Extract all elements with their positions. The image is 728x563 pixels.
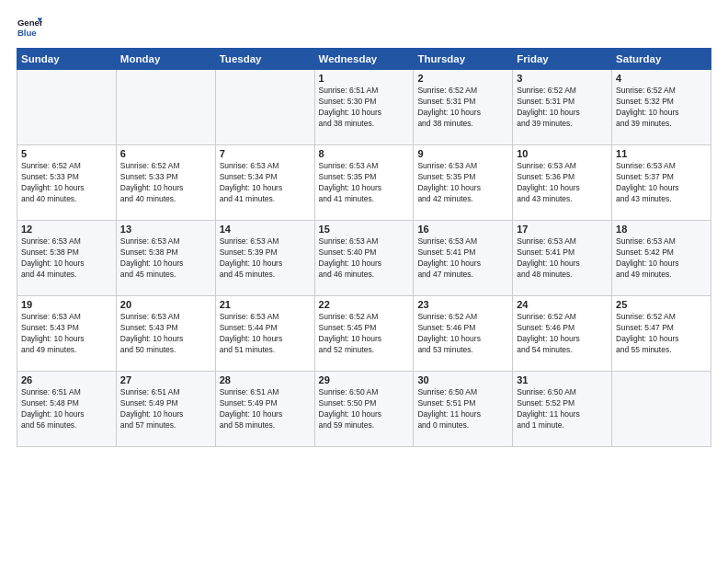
header: General Blue bbox=[17, 15, 711, 40]
page: General Blue SundayMondayTuesdayWednesda… bbox=[0, 0, 728, 563]
calendar-cell: 24Sunrise: 6:52 AMSunset: 5:46 PMDayligh… bbox=[513, 296, 612, 372]
calendar-cell bbox=[612, 372, 711, 447]
cell-info: Sunrise: 6:53 AMSunset: 5:34 PMDaylight:… bbox=[220, 161, 311, 205]
day-number: 28 bbox=[220, 374, 311, 385]
calendar-cell: 20Sunrise: 6:53 AMSunset: 5:43 PMDayligh… bbox=[116, 296, 215, 372]
cell-info: Sunrise: 6:52 AMSunset: 5:45 PMDaylight:… bbox=[319, 312, 410, 356]
cell-info: Sunrise: 6:53 AMSunset: 5:43 PMDaylight:… bbox=[120, 312, 211, 356]
day-header-saturday: Saturday bbox=[612, 49, 711, 70]
week-row-4: 26Sunrise: 6:51 AMSunset: 5:48 PMDayligh… bbox=[17, 372, 711, 447]
day-number: 27 bbox=[120, 374, 211, 385]
calendar-cell: 19Sunrise: 6:53 AMSunset: 5:43 PMDayligh… bbox=[17, 296, 117, 372]
day-number: 1 bbox=[319, 73, 410, 84]
day-header-sunday: Sunday bbox=[17, 49, 117, 70]
day-number: 21 bbox=[220, 299, 311, 310]
day-number: 14 bbox=[220, 224, 311, 235]
day-number: 26 bbox=[21, 374, 112, 385]
cell-info: Sunrise: 6:53 AMSunset: 5:41 PMDaylight:… bbox=[517, 236, 608, 281]
calendar-header: SundayMondayTuesdayWednesdayThursdayFrid… bbox=[17, 49, 711, 70]
cell-info: Sunrise: 6:51 AMSunset: 5:30 PMDaylight:… bbox=[319, 86, 410, 130]
calendar-cell: 10Sunrise: 6:53 AMSunset: 5:36 PMDayligh… bbox=[513, 145, 612, 221]
day-number: 11 bbox=[616, 148, 707, 159]
calendar-cell: 8Sunrise: 6:53 AMSunset: 5:35 PMDaylight… bbox=[314, 145, 414, 221]
day-number: 16 bbox=[417, 224, 508, 235]
logo: General Blue bbox=[17, 15, 42, 40]
calendar-cell: 21Sunrise: 6:53 AMSunset: 5:44 PMDayligh… bbox=[215, 296, 314, 372]
cell-info: Sunrise: 6:52 AMSunset: 5:32 PMDaylight:… bbox=[616, 86, 707, 130]
calendar-cell: 17Sunrise: 6:53 AMSunset: 5:41 PMDayligh… bbox=[513, 221, 612, 296]
calendar-cell: 14Sunrise: 6:53 AMSunset: 5:39 PMDayligh… bbox=[215, 221, 314, 296]
cell-info: Sunrise: 6:51 AMSunset: 5:48 PMDaylight:… bbox=[21, 387, 112, 431]
cell-info: Sunrise: 6:53 AMSunset: 5:42 PMDaylight:… bbox=[616, 236, 707, 281]
cell-info: Sunrise: 6:50 AMSunset: 5:50 PMDaylight:… bbox=[319, 387, 410, 431]
day-header-friday: Friday bbox=[513, 49, 612, 70]
day-number: 9 bbox=[417, 148, 508, 159]
day-number: 29 bbox=[319, 374, 410, 385]
cell-info: Sunrise: 6:53 AMSunset: 5:41 PMDaylight:… bbox=[417, 236, 508, 281]
day-number: 19 bbox=[21, 299, 112, 310]
calendar-cell: 25Sunrise: 6:52 AMSunset: 5:47 PMDayligh… bbox=[612, 296, 711, 372]
days-row: SundayMondayTuesdayWednesdayThursdayFrid… bbox=[17, 49, 711, 70]
logo-icon: General Blue bbox=[17, 15, 42, 40]
day-number: 8 bbox=[319, 148, 410, 159]
day-number: 10 bbox=[517, 148, 608, 159]
day-number: 22 bbox=[319, 299, 410, 310]
cell-info: Sunrise: 6:51 AMSunset: 5:49 PMDaylight:… bbox=[220, 387, 311, 431]
calendar-cell: 1Sunrise: 6:51 AMSunset: 5:30 PMDaylight… bbox=[314, 70, 414, 145]
day-number: 31 bbox=[517, 374, 608, 385]
calendar-cell: 7Sunrise: 6:53 AMSunset: 5:34 PMDaylight… bbox=[215, 145, 314, 221]
day-number: 18 bbox=[616, 224, 707, 235]
day-number: 25 bbox=[616, 299, 707, 310]
calendar-cell: 31Sunrise: 6:50 AMSunset: 5:52 PMDayligh… bbox=[513, 372, 612, 447]
day-number: 4 bbox=[616, 73, 707, 84]
day-number: 6 bbox=[120, 148, 211, 159]
week-row-2: 12Sunrise: 6:53 AMSunset: 5:38 PMDayligh… bbox=[17, 221, 711, 296]
day-header-thursday: Thursday bbox=[414, 49, 513, 70]
svg-text:Blue: Blue bbox=[17, 28, 37, 38]
day-number: 13 bbox=[120, 224, 211, 235]
week-row-0: 1Sunrise: 6:51 AMSunset: 5:30 PMDaylight… bbox=[17, 70, 711, 145]
cell-info: Sunrise: 6:53 AMSunset: 5:38 PMDaylight:… bbox=[120, 236, 211, 281]
cell-info: Sunrise: 6:52 AMSunset: 5:46 PMDaylight:… bbox=[417, 312, 508, 356]
calendar-cell: 11Sunrise: 6:53 AMSunset: 5:37 PMDayligh… bbox=[612, 145, 711, 221]
calendar-cell: 22Sunrise: 6:52 AMSunset: 5:45 PMDayligh… bbox=[314, 296, 414, 372]
cell-info: Sunrise: 6:53 AMSunset: 5:44 PMDaylight:… bbox=[220, 312, 311, 356]
calendar-cell bbox=[116, 70, 215, 145]
calendar-cell: 18Sunrise: 6:53 AMSunset: 5:42 PMDayligh… bbox=[612, 221, 711, 296]
calendar-cell: 3Sunrise: 6:52 AMSunset: 5:31 PMDaylight… bbox=[513, 70, 612, 145]
calendar-cell: 30Sunrise: 6:50 AMSunset: 5:51 PMDayligh… bbox=[414, 372, 513, 447]
cell-info: Sunrise: 6:50 AMSunset: 5:52 PMDaylight:… bbox=[517, 387, 608, 431]
cell-info: Sunrise: 6:52 AMSunset: 5:31 PMDaylight:… bbox=[417, 86, 508, 130]
day-number: 20 bbox=[120, 299, 211, 310]
calendar-cell: 4Sunrise: 6:52 AMSunset: 5:32 PMDaylight… bbox=[612, 70, 711, 145]
cell-info: Sunrise: 6:53 AMSunset: 5:36 PMDaylight:… bbox=[517, 161, 608, 205]
calendar-cell: 29Sunrise: 6:50 AMSunset: 5:50 PMDayligh… bbox=[314, 372, 414, 447]
calendar-body: 1Sunrise: 6:51 AMSunset: 5:30 PMDaylight… bbox=[17, 70, 711, 447]
cell-info: Sunrise: 6:50 AMSunset: 5:51 PMDaylight:… bbox=[417, 387, 508, 431]
week-row-1: 5Sunrise: 6:52 AMSunset: 5:33 PMDaylight… bbox=[17, 145, 711, 221]
cell-info: Sunrise: 6:52 AMSunset: 5:33 PMDaylight:… bbox=[120, 161, 211, 205]
cell-info: Sunrise: 6:53 AMSunset: 5:37 PMDaylight:… bbox=[616, 161, 707, 205]
cell-info: Sunrise: 6:52 AMSunset: 5:46 PMDaylight:… bbox=[517, 312, 608, 356]
cell-info: Sunrise: 6:52 AMSunset: 5:33 PMDaylight:… bbox=[21, 161, 112, 205]
calendar-table: SundayMondayTuesdayWednesdayThursdayFrid… bbox=[17, 48, 711, 447]
cell-info: Sunrise: 6:53 AMSunset: 5:35 PMDaylight:… bbox=[417, 161, 508, 205]
cell-info: Sunrise: 6:53 AMSunset: 5:35 PMDaylight:… bbox=[319, 161, 410, 205]
day-number: 7 bbox=[220, 148, 311, 159]
cell-info: Sunrise: 6:53 AMSunset: 5:40 PMDaylight:… bbox=[319, 236, 410, 281]
calendar-cell: 13Sunrise: 6:53 AMSunset: 5:38 PMDayligh… bbox=[116, 221, 215, 296]
day-number: 24 bbox=[517, 299, 608, 310]
day-number: 5 bbox=[21, 148, 112, 159]
calendar-cell: 15Sunrise: 6:53 AMSunset: 5:40 PMDayligh… bbox=[314, 221, 414, 296]
cell-info: Sunrise: 6:52 AMSunset: 5:31 PMDaylight:… bbox=[517, 86, 608, 130]
day-number: 30 bbox=[417, 374, 508, 385]
day-number: 17 bbox=[517, 224, 608, 235]
day-number: 3 bbox=[517, 73, 608, 84]
calendar-cell: 5Sunrise: 6:52 AMSunset: 5:33 PMDaylight… bbox=[17, 145, 117, 221]
calendar-cell: 27Sunrise: 6:51 AMSunset: 5:49 PMDayligh… bbox=[116, 372, 215, 447]
day-number: 2 bbox=[417, 73, 508, 84]
calendar-cell bbox=[215, 70, 314, 145]
day-header-monday: Monday bbox=[116, 49, 215, 70]
day-header-wednesday: Wednesday bbox=[314, 49, 414, 70]
calendar-cell: 26Sunrise: 6:51 AMSunset: 5:48 PMDayligh… bbox=[17, 372, 117, 447]
